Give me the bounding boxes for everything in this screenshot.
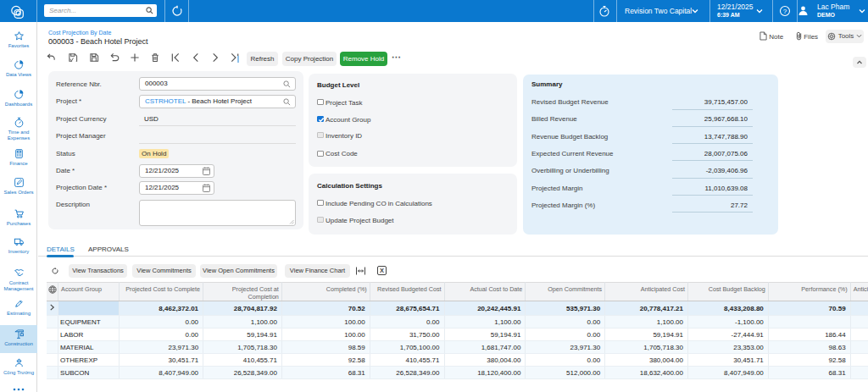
svg-text:X: X (380, 267, 384, 274)
svg-text:?: ? (783, 8, 787, 15)
